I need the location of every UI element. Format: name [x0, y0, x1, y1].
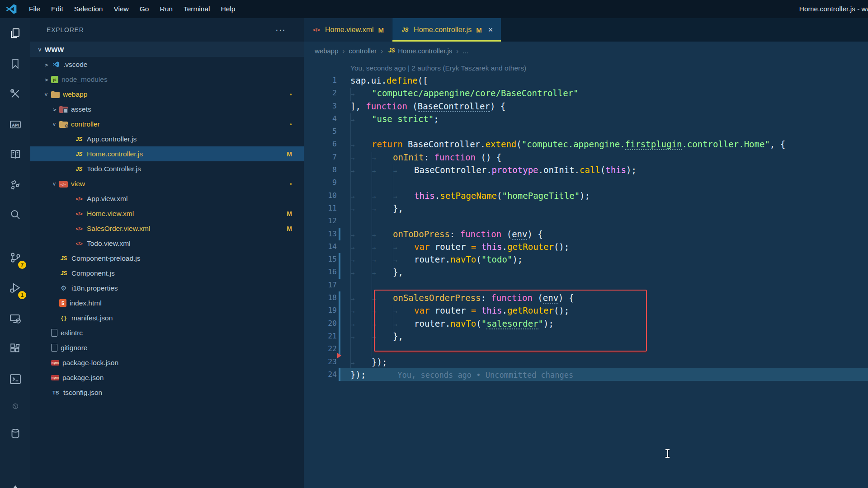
- activity-item-database[interactable]: [0, 418, 30, 449]
- activity-item-live-server[interactable]: [0, 394, 30, 418]
- activity-item-extensions[interactable]: [0, 333, 30, 364]
- tree-item-index-html[interactable]: index.html: [30, 296, 304, 310]
- code-line-9[interactable]: 9→→→: [304, 176, 868, 189]
- code-line-1[interactable]: 1sap.ui.define([: [304, 74, 868, 87]
- code-line-4[interactable]: 4→"use strict";: [304, 113, 868, 125]
- activity-item-remote-explorer[interactable]: [0, 303, 30, 333]
- activity-item-api[interactable]: API: [0, 109, 30, 139]
- line-number[interactable]: 11: [304, 202, 337, 215]
- tree-item-todo-view-xml[interactable]: Todo.view.xml: [30, 236, 304, 251]
- menu-go[interactable]: Go: [134, 5, 155, 13]
- menu-view[interactable]: View: [108, 5, 134, 13]
- line-number[interactable]: 3: [304, 100, 337, 113]
- menu-file[interactable]: File: [24, 5, 46, 13]
- code-line-10[interactable]: 10→→→this.setPageName("homePageTitle");: [304, 189, 868, 202]
- tab-home-controller-js[interactable]: Home.controller.js M ×: [392, 18, 501, 42]
- code-line-12[interactable]: 12→→: [304, 215, 868, 227]
- line-number[interactable]: 19: [304, 304, 337, 317]
- tree-item-home-view-xml[interactable]: Home.view.xmlM: [30, 206, 304, 221]
- activity-item-tools[interactable]: [0, 79, 30, 109]
- tree-item-tsconfig-json[interactable]: tsconfig.json: [30, 385, 304, 400]
- line-number[interactable]: 5: [304, 125, 337, 138]
- tree-item-component-js[interactable]: Component.js: [30, 266, 304, 281]
- line-number[interactable]: 17: [304, 279, 337, 291]
- tree-item-manifest-json[interactable]: manifest.json: [30, 310, 304, 325]
- code-line-19[interactable]: 19→→→var router = this.getRouter();: [304, 304, 868, 317]
- explorer-more-actions-icon[interactable]: ···: [275, 24, 286, 35]
- tree-item-webapp[interactable]: webapp●: [30, 87, 304, 102]
- line-number[interactable]: 1: [304, 74, 337, 87]
- tree-item-app-controller-js[interactable]: App.controller.js: [30, 131, 304, 146]
- tree-item-controller[interactable]: controller●: [30, 117, 304, 131]
- line-number[interactable]: 23: [304, 356, 337, 368]
- activity-item-search[interactable]: [0, 200, 30, 230]
- tree-item-salesorder-view-xml[interactable]: SalesOrder.view.xmlM: [30, 221, 304, 236]
- tree-item--vscode[interactable]: .vscode: [30, 57, 304, 72]
- tree-item-package-json[interactable]: package.json: [30, 370, 304, 385]
- code-editor[interactable]: You, seconds ago | 2 authors (Eryk Tasza…: [304, 60, 868, 488]
- line-number[interactable]: 24: [304, 368, 337, 381]
- code-line-14[interactable]: 14→→→var router = this.getRouter();: [304, 240, 868, 253]
- line-number[interactable]: 9: [304, 176, 337, 189]
- line-number[interactable]: 14: [304, 240, 337, 253]
- menu-selection[interactable]: Selection: [69, 5, 108, 13]
- line-number[interactable]: 22: [304, 343, 337, 355]
- tree-item-view[interactable]: view●: [30, 176, 304, 191]
- workspace-section-www[interactable]: WWW: [30, 42, 304, 57]
- activity-item-source-control[interactable]: 7: [0, 243, 30, 273]
- tree-item-eslintrc[interactable]: eslintrc: [30, 325, 304, 340]
- line-number[interactable]: 4: [304, 113, 337, 125]
- code-line-18[interactable]: 18→→onSalesOrderPress: function (env) {: [304, 291, 868, 304]
- code-line-7[interactable]: 7→→onInit: function () {: [304, 151, 868, 164]
- code-line-3[interactable]: 3], function (BaseController) {: [304, 100, 868, 113]
- tree-item-todo-controller-js[interactable]: Todo.Controller.js: [30, 161, 304, 176]
- line-number[interactable]: 8: [304, 164, 337, 176]
- line-number[interactable]: 7: [304, 151, 337, 164]
- tree-item-component-preload-js[interactable]: Component-preload.js: [30, 251, 304, 266]
- code-line-22[interactable]: 22→→: [304, 343, 868, 355]
- code-line-13[interactable]: 13→→onToDoPress: function (env) {: [304, 228, 868, 240]
- breadcrumb-item-webapp[interactable]: webapp: [315, 47, 339, 55]
- tree-item-gitignore[interactable]: gitignore: [30, 340, 304, 355]
- line-number[interactable]: 21: [304, 330, 337, 343]
- menu-edit[interactable]: Edit: [46, 5, 69, 13]
- code-line-6[interactable]: 6→return BaseController.extend("computec…: [304, 138, 868, 150]
- line-number[interactable]: 15: [304, 253, 337, 266]
- activity-item-snippets[interactable]: [0, 169, 30, 200]
- code-line-24[interactable]: 24});You, seconds ago • Uncommitted chan…: [304, 368, 868, 381]
- tree-item-node-modules[interactable]: node_modules: [30, 72, 304, 87]
- tree-item-home-controller-js[interactable]: Home.controller.jsM: [30, 146, 304, 161]
- code-line-15[interactable]: 15→→→router.navTo("todo");: [304, 253, 868, 266]
- code-line-20[interactable]: 20→→→router.navTo("salesorder");: [304, 317, 868, 330]
- code-line-11[interactable]: 11→→},: [304, 202, 868, 215]
- breadcrumb-item-controller[interactable]: controller: [349, 47, 377, 55]
- tree-item-app-view-xml[interactable]: App.view.xml: [30, 191, 304, 206]
- tree-item-i18n-properties[interactable]: i18n.properties: [30, 281, 304, 296]
- code-line-23[interactable]: 23→});: [304, 356, 868, 368]
- close-icon[interactable]: ×: [488, 25, 493, 35]
- breadcrumb-item-file[interactable]: Home.controller.js: [398, 47, 452, 55]
- code-line-2[interactable]: 2→"computec/appengine/core/BaseControlle…: [304, 87, 868, 99]
- line-number[interactable]: 2: [304, 87, 337, 99]
- tab-home-view-xml[interactable]: Home.view.xml M: [304, 18, 392, 42]
- line-number[interactable]: 16: [304, 266, 337, 278]
- code-line-8[interactable]: 8→→→BaseController.prototype.onInit.call…: [304, 164, 868, 176]
- activity-item-run-and-debug[interactable]: 1: [0, 273, 30, 303]
- menu-run[interactable]: Run: [154, 5, 178, 13]
- activity-item-docs[interactable]: [0, 139, 30, 169]
- line-number[interactable]: 12: [304, 215, 337, 227]
- tree-item-package-lock-json[interactable]: package-lock.json: [30, 355, 304, 370]
- code-line-17[interactable]: 17→→: [304, 279, 868, 291]
- code-line-5[interactable]: 5→: [304, 125, 868, 138]
- code-line-16[interactable]: 16→→},: [304, 266, 868, 278]
- menu-help[interactable]: Help: [216, 5, 241, 13]
- menu-terminal[interactable]: Terminal: [178, 5, 216, 13]
- line-number[interactable]: 6: [304, 138, 337, 150]
- code-line-21[interactable]: 21→→},: [304, 330, 868, 343]
- line-number[interactable]: 10: [304, 189, 337, 202]
- activity-item-terminal[interactable]: [0, 364, 30, 394]
- line-number[interactable]: 20: [304, 317, 337, 330]
- tree-item-assets[interactable]: assets: [30, 102, 304, 117]
- activity-item-bookmarks[interactable]: [0, 48, 30, 79]
- activity-item-explorer[interactable]: [0, 18, 30, 48]
